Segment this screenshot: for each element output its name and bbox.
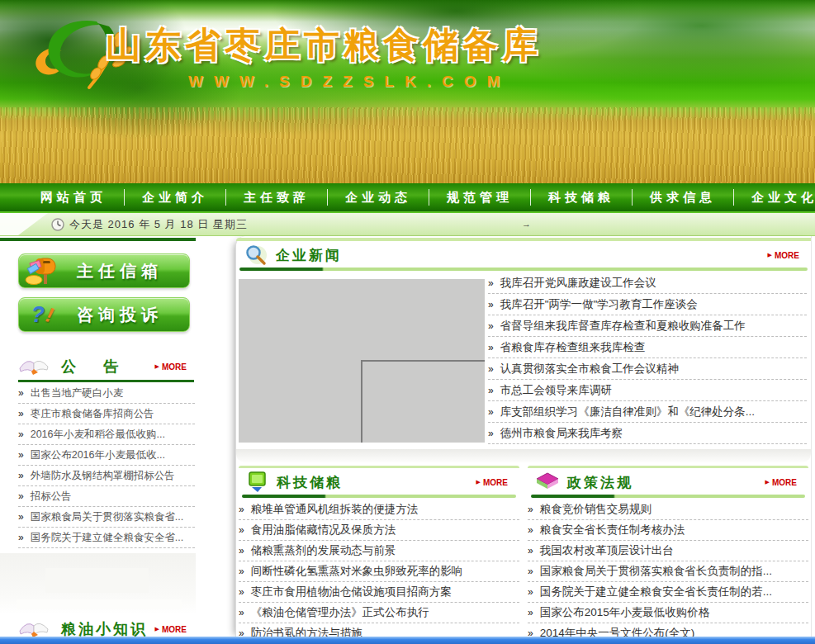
nav-item[interactable]: 科技储粮 — [531, 189, 633, 206]
list-item-link[interactable]: 国家公布2016年小麦最低收... — [31, 448, 165, 462]
section-title: 企业新闻 — [276, 246, 342, 265]
list-item-link[interactable]: 《粮油仓储管理办法》正式公布执行 — [251, 605, 429, 620]
bullet-icon: » — [239, 545, 244, 556]
policy-book-icon — [536, 472, 559, 493]
tech-underline — [242, 495, 516, 498]
tech-section-header: 科技储粮 ▶ MORE — [239, 470, 519, 495]
list-item-link[interactable]: 市总工会领导来库调研 — [500, 383, 612, 398]
bullet-icon: » — [528, 607, 533, 618]
current-date: 今天是 2016 年 5 月 18 日 星期三 — [69, 217, 248, 232]
bullet-icon: » — [488, 406, 494, 418]
list-item: » 枣庄市食用植物油仓储设施项目招商方案 — [239, 582, 519, 603]
bullet-icon: » — [528, 586, 533, 598]
date-bar-wedge-decor — [0, 213, 51, 235]
list-item: » 国务院关于建立健全粮食安全省长责任制的若... — [528, 582, 808, 603]
director-mailbox-button[interactable]: 主任信箱 — [18, 253, 190, 288]
list-item-link[interactable]: 我库召开"两学一做"学习教育工作座谈会 — [500, 297, 698, 312]
list-item-link[interactable]: 德州市粮食局来我库考察 — [500, 426, 623, 441]
list-item-link[interactable]: 枣庄市粮食储备库招商公告 — [31, 407, 154, 421]
site-url: WWW.SDZZSLK.COM — [188, 73, 510, 91]
more-arrow-icon: ▶ — [765, 479, 770, 485]
bullet-icon: » — [488, 363, 494, 375]
list-item-link[interactable]: 库支部组织学习《廉洁自律准则》和《纪律处分条... — [500, 405, 755, 419]
list-item: » 市总工会领导来库调研 — [488, 380, 807, 401]
monitor-icon — [247, 471, 268, 493]
button-label: 主任信箱 — [77, 260, 163, 282]
list-item-link[interactable]: 储粮熏蒸剂的发展动态与前景 — [251, 543, 396, 558]
list-item: » 招标公告 — [18, 486, 195, 507]
nav-item[interactable]: 主任致辞 — [226, 189, 328, 206]
sidebar: 主任信箱 ?! 咨询投诉 公 告 ▶ MORE — [0, 236, 196, 637]
nav-item[interactable]: 企业简介 — [125, 189, 226, 206]
more-arrow-icon: ▶ — [768, 252, 772, 258]
list-item-link[interactable]: 粮食竞价销售交易规则 — [540, 502, 652, 517]
list-item-link[interactable]: 省督导组来我库督查库存检查和夏粮收购准备工作 — [500, 319, 746, 334]
page: 山东省枣庄市粮食储备库 WWW.SDZZSLK.COM 网站首页 企业简介 主任… — [0, 0, 815, 644]
list-item-link[interactable]: 认真贯彻落实全市粮食工作会议精神 — [500, 362, 679, 376]
list-item: » 粮堆单管通风机组拆装的便捷方法 — [239, 500, 519, 520]
magnifier-icon — [244, 244, 268, 266]
policy-section: 政策法规 ▶ MORE » 粮食竞价销售交易规则 — [528, 466, 808, 644]
mailbox-icon — [19, 255, 65, 286]
more-link[interactable]: ▶ MORE — [476, 478, 508, 487]
list-item-link[interactable]: 粮堆单管通风机组拆装的便捷方法 — [251, 502, 419, 517]
bullet-icon: » — [528, 524, 533, 536]
bottom-sections: 科技储粮 ▶ MORE » 粮堆单管通风机组拆装的便捷方法 — [236, 466, 811, 644]
list-item-link[interactable]: 国家粮食局关于贯彻落实粮食省... — [31, 510, 183, 524]
bullet-icon: » — [18, 532, 24, 543]
bullet-icon: » — [488, 428, 494, 439]
news-body: » 我库召开党风廉政建设工作会议 » 我库召开"两学一做"学习教育工作座谈会 » — [236, 271, 811, 446]
list-item-link[interactable]: 国务院关于建立健全粮食安全省长责任制的若... — [540, 585, 772, 599]
marquee-arrow-icon: → — [522, 219, 531, 229]
list-item-link[interactable]: 2016年小麦和稻谷最低收购... — [31, 428, 165, 442]
bullet-icon: » — [239, 607, 244, 618]
list-item-link[interactable]: 我国农村改革顶层设计出台 — [540, 543, 674, 558]
list-item-link[interactable]: 粮食安全省长责任制考核办法 — [540, 523, 685, 537]
nav-item[interactable]: 企业文化 — [734, 189, 815, 206]
list-item-link[interactable]: 间断性磷化氢熏蒸对米象虫卵致死率的影响 — [251, 564, 463, 579]
list-item-link[interactable]: 国家粮食局关于贯彻落实粮食省长负责制的指... — [540, 564, 772, 579]
bullet-icon: » — [18, 429, 24, 440]
nav-item[interactable]: 网站首页 — [23, 189, 125, 206]
bullet-icon: » — [488, 277, 494, 289]
list-item: » 我国农村改革顶层设计出台 — [528, 541, 808, 561]
more-link[interactable]: ▶ MORE — [768, 251, 799, 260]
bottom-blue-bar — [0, 637, 815, 644]
notice-list: » 出售当地产硬白小麦 » 枣庄市粮食储备库招商公告 » 2016年小麦和稻谷最… — [18, 383, 195, 548]
list-item-link[interactable]: 国家公布2015年小麦最低收购价格 — [540, 605, 710, 620]
bullet-icon: » — [239, 524, 244, 536]
notice-underline — [18, 380, 194, 382]
list-item: » 国务院关于建立健全粮食安全省... — [18, 528, 195, 548]
list-item-link[interactable]: 外墙防水及钢结构罩棚招标公告 — [31, 469, 175, 483]
bullet-icon: » — [239, 504, 244, 515]
list-item: » 我库召开"两学一做"学习教育工作座谈会 — [488, 294, 807, 315]
list-item-link[interactable]: 食用油脂储藏情况及保质方法 — [251, 523, 396, 537]
bullet-icon: » — [18, 470, 24, 481]
list-item-link[interactable]: 招标公告 — [31, 490, 72, 504]
more-link[interactable]: ▶ MORE — [155, 362, 187, 372]
news-image-inner-frame — [361, 360, 485, 443]
list-item-link[interactable]: 国务院关于建立健全粮食安全省... — [31, 531, 183, 545]
list-item: » 省督导组来我库督查库存检查和夏粮收购准备工作 — [488, 315, 807, 337]
bullet-icon: » — [18, 490, 24, 502]
list-item-link[interactable]: 我库召开党风廉政建设工作会议 — [500, 276, 656, 291]
nav-item[interactable]: 企业动态 — [328, 189, 429, 206]
list-item-link[interactable]: 枣庄市食用植物油仓储设施项目招商方案 — [251, 585, 452, 599]
nav-item[interactable]: 规范管理 — [429, 189, 531, 206]
main-column: 企业新闻 ▶ MORE » — [235, 236, 812, 637]
list-item: » 《粮油仓储管理办法》正式公布执行 — [239, 603, 519, 623]
consult-complaint-button[interactable]: ?! 咨询投诉 — [18, 297, 190, 332]
more-link[interactable]: ▶ MORE — [765, 478, 797, 487]
section-title: 政策法规 — [567, 473, 633, 492]
sidebar-top-rule — [0, 238, 196, 241]
list-item-link[interactable]: 出售当地产硬白小麦 — [31, 386, 124, 400]
list-item: » 我库召开党风廉政建设工作会议 — [488, 272, 807, 294]
list-item: » 粮食安全省长责任制考核办法 — [528, 520, 808, 541]
policy-underline — [531, 495, 805, 498]
bullet-icon: » — [528, 545, 533, 556]
nav-item[interactable]: 供求信息 — [633, 189, 734, 206]
list-item-link[interactable]: 省粮食库存检查组来我库检查 — [500, 340, 646, 355]
banner-wheat-field-decor — [0, 107, 815, 183]
more-link[interactable]: ▶ MORE — [155, 625, 187, 634]
tech-section: 科技储粮 ▶ MORE » 粮堆单管通风机组拆装的便捷方法 — [239, 466, 519, 644]
